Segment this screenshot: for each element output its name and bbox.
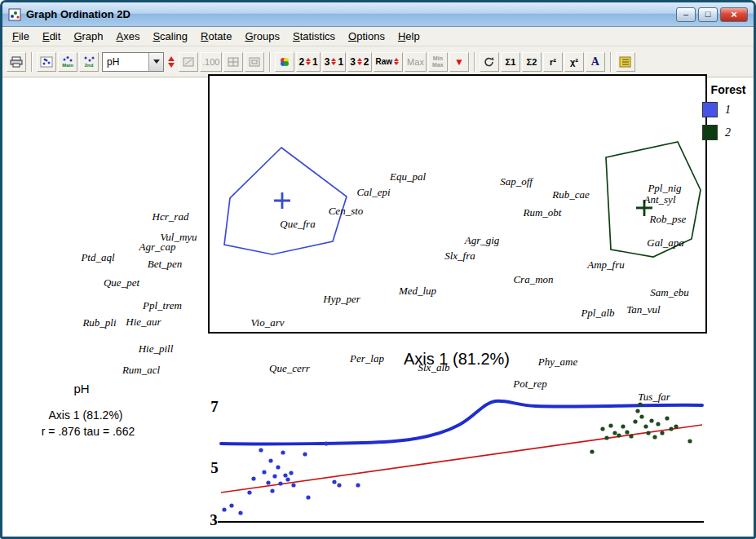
data-point [600, 426, 604, 431]
data-point [617, 433, 621, 437]
data-point [604, 435, 608, 440]
data-point [652, 435, 657, 439]
species-label-Bet_pen: Bet_pen [148, 258, 183, 271]
data-point [281, 450, 285, 454]
species-label-Phy_ame: Phy_ame [538, 356, 577, 369]
species-label-Agr_gig: Agr_gig [465, 234, 500, 247]
data-point [262, 470, 266, 474]
species-label-Amp_fru: Amp_fru [587, 258, 625, 272]
data-point [635, 409, 639, 413]
species-label-Tus_far: Tus_far [638, 391, 670, 404]
species-label-Cen_sto: Cen_sto [329, 205, 364, 218]
legend-swatch [702, 125, 718, 140]
data-point [324, 441, 328, 445]
data-point [643, 424, 648, 428]
species-label-Rum_obt: Rum_obt [524, 206, 562, 219]
data-point [590, 449, 594, 453]
legend-label: 2 [725, 126, 731, 139]
legend-title: Forest [699, 83, 756, 96]
data-point [266, 480, 270, 484]
data-point [660, 431, 664, 435]
species-label-Que_cerr: Que_cerr [269, 362, 310, 375]
data-point [268, 458, 272, 462]
y-tick-7: 7 [210, 398, 219, 416]
data-point [259, 448, 263, 452]
data-point [238, 510, 242, 515]
data-point [289, 471, 293, 475]
data-point [283, 473, 287, 477]
data-point [649, 418, 653, 422]
data-point [251, 476, 255, 480]
species-label-Agr_cap: Agr_cap [139, 241, 176, 254]
data-point [621, 424, 625, 428]
species-label-Slx_fra: Slx_fra [444, 250, 475, 263]
y-tick-5: 5 [210, 459, 219, 477]
species-label-Rob_pse: Rob_pse [650, 213, 687, 226]
data-point [633, 419, 637, 423]
species-label-Ppl_alb: Ppl_alb [581, 307, 614, 320]
data-point [247, 490, 251, 494]
species-label-Hie_pill: Hie_pill [139, 342, 174, 356]
data-point [687, 439, 692, 443]
app-window: Graph Ordination 2D – □ × FileEditGraphA… [0, 0, 756, 539]
species-label-Rub_cae: Rub_cae [552, 188, 589, 201]
species-label-Cal_epi: Cal_epi [356, 186, 390, 199]
data-point [276, 465, 280, 469]
plot-area: Equ_palCal_epiCen_stoQue_fraSap_offRub_c… [2, 2, 756, 539]
y-tick-3: 3 [210, 511, 218, 529]
data-point [608, 423, 612, 427]
species-label-Sam_ebu: Sam_ebu [650, 286, 689, 299]
data-point [356, 483, 360, 487]
legend-swatch [702, 102, 718, 117]
species-label-Ant_syl: Ant_syl [644, 193, 676, 206]
data-point [612, 431, 617, 435]
data-point [278, 481, 282, 485]
ordination-plot-frame [208, 74, 707, 334]
data-point [291, 483, 295, 487]
species-label-Med_lup: Med_lup [399, 285, 436, 298]
regression-line [221, 425, 702, 493]
species-label-Rum_acl: Rum_acl [122, 364, 160, 377]
data-point [272, 474, 276, 478]
data-point [625, 430, 629, 434]
envelope-line [221, 401, 702, 444]
overlay-variable-label: pH [73, 382, 89, 395]
axis-variance-label: Axis 1 (81.2%) [48, 409, 122, 422]
species-label-Hie_aur: Hie_aur [126, 316, 161, 329]
data-point [674, 424, 678, 428]
legend: Forest 12 [699, 83, 756, 148]
species-label-Hyp_per: Hyp_per [323, 293, 360, 306]
species-label-Tan_vul: Tan_vul [626, 303, 660, 316]
species-label-Vio_arv: Vio_arv [251, 316, 285, 329]
species-label-Pot_rep: Pot_rep [513, 378, 546, 391]
species-label-Gal_apa: Gal_apa [647, 236, 684, 250]
species-label-Equ_pal: Equ_pal [390, 170, 426, 183]
data-point [669, 426, 673, 431]
data-point [337, 483, 341, 487]
species-label-Que_fra: Que_fra [280, 218, 315, 231]
axis-title: Axis 1 (81.2%) [404, 350, 510, 369]
species-label-Hcr_rad: Hcr_rad [153, 210, 189, 223]
data-point [665, 416, 669, 420]
correlation-stats-label: r = .876 tau = .662 [42, 425, 135, 438]
species-label-Cra_mon: Cra_mon [513, 273, 553, 286]
data-point [656, 422, 660, 426]
data-point [303, 452, 307, 456]
data-point [222, 507, 226, 511]
species-label-Ppl_trem: Ppl_trem [143, 299, 182, 312]
species-label-Ptd_aql: Ptd_aql [81, 251, 114, 264]
legend-item-1: 1 [702, 102, 756, 117]
data-point [270, 488, 274, 493]
data-point [332, 479, 336, 484]
data-point [639, 414, 643, 418]
species-label-Rub_pli: Rub_pli [82, 316, 116, 329]
data-point [285, 477, 290, 481]
legend-item-2: 2 [702, 125, 756, 140]
data-point [229, 503, 233, 507]
legend-label: 1 [725, 104, 731, 117]
species-label-Que_pet: Que_pet [104, 276, 139, 289]
data-point [629, 434, 633, 438]
data-point [306, 495, 310, 499]
species-label-Per_lap: Per_lap [350, 352, 384, 365]
data-point [646, 431, 650, 435]
